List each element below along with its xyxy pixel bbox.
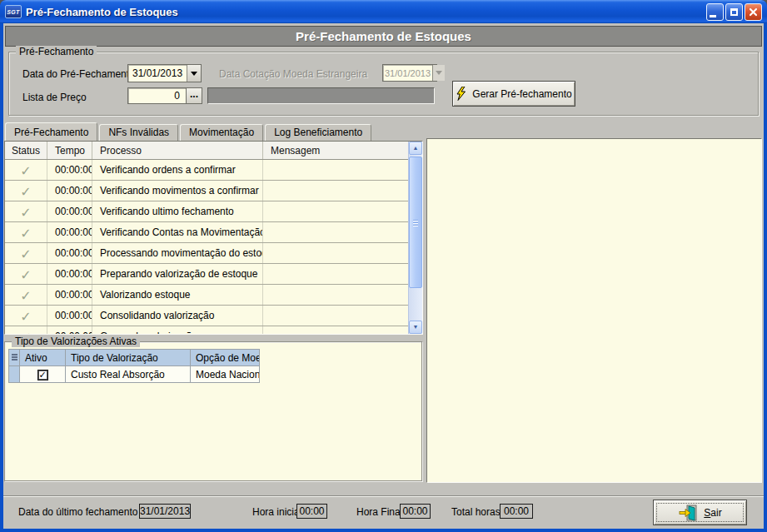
data-pre-fechamento-combo[interactable]: 31/01/2013 [127,64,202,82]
total-horas-label: Total horas [451,506,501,518]
minimize-button[interactable] [706,3,724,21]
cell-processo: Verificando ultimo fechamento [92,201,263,221]
table-row[interactable]: ✓ 00:00:00 Verificando ordens a confirma… [5,160,408,181]
maximize-icon [730,8,738,16]
table-row[interactable]: ✓ 00:00:00 Valorizando estoque [5,285,408,306]
data-cotacao-value: 31/01/2013 [383,68,432,78]
column-header-mensagem[interactable]: Mensagem [263,142,422,159]
ultimo-fechamento-value: 31/01/2013 [139,504,191,519]
data-pre-fechamento-dropdown-button[interactable] [187,65,201,82]
total-horas-value: 00:00 [500,504,533,519]
column-header-tempo[interactable]: Tempo [47,142,92,159]
tab-pre-fechamento[interactable]: Pré-Fechamento [5,122,97,141]
cell-tempo: 00:00:00 [47,306,92,326]
tab-movimentacao[interactable]: Movimentação [180,124,263,141]
column-header-ativo[interactable]: Ativo [20,350,66,366]
detail-panel [426,138,762,483]
vertical-scrollbar[interactable]: ▲ ▼ [408,142,422,334]
scroll-up-button[interactable]: ▲ [409,142,422,155]
check-icon: ✓ [20,331,31,334]
cell-processo: Processando movimentação do estoque [92,243,263,263]
cell-mensagem [263,264,408,284]
close-button[interactable] [745,3,762,21]
close-icon [749,7,758,17]
column-header-tipo-valorizacao[interactable]: Tipo de Valorização [66,350,191,366]
lightning-icon [456,87,466,101]
cell-mensagem [263,201,408,221]
check-icon: ✓ [20,310,31,325]
column-header-processo[interactable]: Processo [92,142,263,159]
tab-log-beneficiamento[interactable]: Log Beneficiamento [265,124,371,141]
app-icon: SGT [5,5,22,18]
valorizacoes-grid: Ativo Tipo de Valorização Opção de Moeda… [8,349,260,383]
cell-processo: Gravando valorização [92,326,263,334]
gerar-pre-fechamento-button[interactable]: Gerar Pré-fechamento [452,81,575,107]
hora-final-value: 00:00 [400,504,431,519]
check-icon: ✓ [20,226,31,241]
hora-inicial-label: Hora inicial [252,506,301,518]
cell-mensagem [263,306,408,326]
data-cotacao-label: Data Cotação Moeda Estrangeira [219,68,367,80]
check-icon: ✓ [20,268,31,283]
cell-mensagem [263,285,408,305]
pre-fechamento-group: Pré-Fechamento Data do Pré-Fechamento 31… [8,52,759,116]
window-title: Pré-Fechamento de Estoques [26,6,706,18]
lista-preco-label: Lista de Preço [22,92,87,103]
table-row-partial[interactable]: ✓ 00:00:00 Gravando valorização [5,326,408,334]
hora-final-label: Hora Final [356,506,402,518]
column-header-status[interactable]: Status [5,142,47,159]
scroll-down-icon: ▼ [413,324,419,330]
process-table-header: Status Tempo Processo Mensagem [5,142,422,160]
data-pre-fechamento-value: 31/01/2013 [128,67,187,79]
table-row[interactable]: ✓ 00:00:00 Verificando movimentos a conf… [5,181,408,201]
app-window: SGT Pré-Fechamento de Estoques Pré-Fecha… [0,0,767,532]
tab-nfs-invalidas[interactable]: NFs Inválidas [99,124,178,141]
check-icon: ✓ [20,185,31,200]
cell-processo: Valorizando estoque [92,285,263,305]
lista-preco-description-field [207,87,435,104]
cell-processo: Verificando movimentos a confirmar [92,181,263,201]
column-header-opcao-moeda[interactable]: Opção de Moeda [191,350,260,366]
valorizacao-row[interactable]: ✓ Custo Real Absorção Moeda Nacional [9,366,260,383]
ativo-checkbox[interactable]: ✓ [37,370,48,380]
data-pre-fechamento-label: Data do Pré-Fechamento [22,68,135,80]
cell-mensagem [263,326,408,334]
gerar-button-label: Gerar Pré-fechamento [472,88,571,100]
table-row[interactable]: ✓ 00:00:00 Consolidando valorização [5,306,408,326]
titlebar[interactable]: SGT Pré-Fechamento de Estoques [0,0,767,23]
scrollbar-thumb[interactable] [409,157,422,288]
check-icon: ✓ [20,164,31,179]
scroll-down-button[interactable]: ▼ [409,321,422,334]
cell-tempo: 00:00:00 [47,326,92,334]
minimize-icon [710,15,716,17]
cell-processo: Verificando ordens a confirmar [92,160,263,180]
valorizacoes-group: Tipo de Valorizações Ativas Ativo Tipo d… [4,341,422,481]
row-selector-header [9,350,20,366]
process-table: Status Tempo Processo Mensagem ✓ 00:00:0… [4,141,423,335]
scroll-up-icon: ▲ [413,145,419,151]
table-row[interactable]: ✓ 00:00:00 Verificando Contas na Movimen… [5,222,408,243]
lista-preco-value: 0 [128,90,186,102]
table-row[interactable]: ✓ 00:00:00 Preparando valorização de est… [5,264,408,285]
sair-button[interactable]: Sair [653,500,747,525]
checkbox-check-icon: ✓ [38,370,46,380]
lista-preco-input[interactable]: 0 [127,87,187,104]
tab-bar: Pré-Fechamento NFs Inválidas Movimentaçã… [5,122,373,141]
table-row[interactable]: ✓ 00:00:00 Verificando ultimo fechamento [5,201,408,222]
process-table-rows: ✓ 00:00:00 Verificando ordens a confirma… [5,160,408,334]
data-cotacao-combo: 31/01/2013 [382,64,437,82]
row-selector-cell[interactable] [9,366,20,383]
cell-tempo: 00:00:00 [47,181,92,201]
valorizacoes-grid-header: Ativo Tipo de Valorização Opção de Moeda [9,350,260,366]
maximize-button[interactable] [725,3,743,21]
focus-rect [656,503,744,522]
statusbar: Data do último fechamento 31/01/2013 Hor… [3,497,764,529]
check-icon: ✓ [20,206,31,221]
scrollbar-track[interactable] [409,155,422,321]
ultimo-fechamento-label: Data do último fechamento [18,506,137,518]
cell-processo: Verificando Contas na Movimentação [92,222,263,242]
lista-preco-browse-button[interactable]: ... [187,87,202,104]
grid-menu-icon [11,353,18,361]
cell-tipo-valorizacao: Custo Real Absorção [66,366,191,383]
table-row[interactable]: ✓ 00:00:00 Processando movimentação do e… [5,243,408,264]
